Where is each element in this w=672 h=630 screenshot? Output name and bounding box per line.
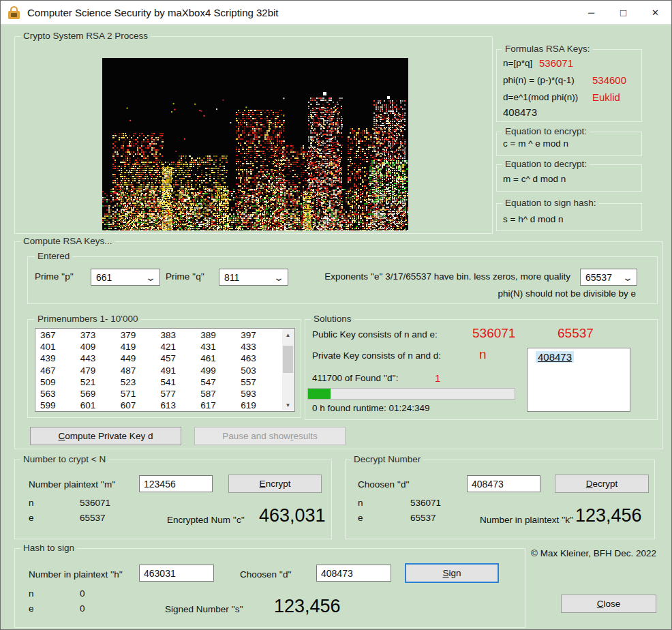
primenumbers-title: Primenumbers 1- 10'000: [35, 314, 140, 324]
prime-number[interactable]: 373: [80, 330, 121, 342]
found-d-label: 411700 of Found ''d'':: [312, 373, 398, 383]
prime-list-scrollbar[interactable]: ▲ ▼: [282, 329, 294, 410]
progress-bar: [307, 388, 515, 400]
prime-number[interactable]: 577: [160, 389, 200, 400]
prime-number[interactable]: 449: [121, 353, 161, 365]
prime-number[interactable]: 613: [160, 400, 200, 412]
m-input[interactable]: [139, 475, 213, 492]
prime-q-select[interactable]: 811 ⌄: [219, 269, 288, 286]
prime-q-value: 811: [224, 272, 239, 283]
scroll-thumb[interactable]: [283, 346, 293, 373]
encrypted-num-value: 463,031: [259, 505, 326, 526]
choosen-d-input[interactable]: [467, 475, 540, 492]
prime-number[interactable]: 463: [241, 353, 281, 365]
minimize-button[interactable]: ─: [575, 1, 607, 24]
entered-group: Entered Prime ''p'' 661 ⌄ Prime ''q'' 81…: [27, 256, 658, 304]
sign-group-title: Hash to sign: [20, 543, 77, 553]
formula-d-value: Euklid: [592, 91, 620, 103]
prime-number[interactable]: 509: [40, 377, 80, 389]
prime-number[interactable]: 541: [160, 377, 200, 389]
pause-show-results-button[interactable]: Pause and show results: [194, 427, 346, 445]
chevron-down-icon: ⌄: [622, 275, 633, 280]
prime-number[interactable]: 491: [160, 365, 200, 377]
prime-number[interactable]: 607: [121, 400, 161, 412]
phi-hint: phi(N) should not be divisible by e: [498, 288, 636, 299]
prime-list-grid: 3673733793833893974014094194214314334394…: [40, 330, 281, 410]
crypto-process-title: Crypto System RSA 2 Process: [20, 31, 151, 41]
compute-private-key-button[interactable]: Compute Private Key d: [30, 427, 181, 445]
prime-number[interactable]: 467: [40, 365, 80, 377]
scroll-up-icon[interactable]: ▲: [286, 329, 291, 340]
prime-number[interactable]: 367: [40, 330, 80, 342]
n-label: n: [29, 588, 34, 599]
maximize-button[interactable]: □: [607, 1, 639, 24]
sign-d-input[interactable]: [316, 565, 391, 582]
prime-number[interactable]: 401: [40, 342, 80, 353]
city-skyline-image: [102, 58, 408, 230]
prime-number[interactable]: 431: [200, 342, 241, 353]
equation-encrypt-formula: c = m ^ e mod n: [503, 138, 568, 149]
prime-number[interactable]: 499: [200, 365, 241, 377]
prime-p-select[interactable]: 661 ⌄: [91, 269, 160, 286]
prime-number[interactable]: 523: [121, 377, 161, 389]
prime-number[interactable]: 599: [40, 400, 80, 412]
prime-number[interactable]: 389: [200, 330, 241, 342]
found-d-item[interactable]: 408473: [536, 351, 574, 363]
prime-number[interactable]: 487: [121, 365, 161, 377]
close-window-button[interactable]: ✕: [639, 1, 671, 24]
prime-number[interactable]: 569: [80, 389, 121, 400]
prime-number[interactable]: 397: [241, 330, 281, 342]
prime-number[interactable]: 593: [241, 389, 281, 400]
prime-number[interactable]: 503: [241, 365, 281, 377]
prime-number[interactable]: 383: [160, 330, 200, 342]
sign-button[interactable]: Sign: [405, 563, 499, 583]
scroll-down-icon[interactable]: ▼: [286, 400, 291, 410]
prime-number[interactable]: 433: [241, 342, 281, 353]
prime-number[interactable]: 619: [241, 400, 281, 412]
equation-encrypt-group: Equation to encrypt: c = m ^ e mod n: [496, 132, 642, 156]
prime-number[interactable]: 563: [40, 389, 80, 400]
sign-d-label: Choosen ''d'': [240, 569, 292, 580]
h-label: Number in plaintext ''h'': [29, 569, 123, 580]
e-label: e: [29, 513, 34, 523]
prime-list[interactable]: 3673733793833893974014094194214314334394…: [35, 328, 295, 412]
prime-p-label: Prime ''p'': [35, 271, 74, 282]
prime-number[interactable]: 617: [200, 400, 241, 412]
exponent-value: 65537: [585, 272, 612, 283]
found-d-list[interactable]: 408473: [527, 348, 630, 412]
exponent-select[interactable]: 65537 ⌄: [580, 269, 637, 286]
prime-number[interactable]: 419: [121, 342, 161, 353]
crypto-process-group: Crypto System RSA 2 Process: [14, 36, 493, 234]
prime-number[interactable]: 601: [80, 400, 121, 412]
h-input[interactable]: [139, 565, 214, 582]
equation-encrypt-title: Equation to encrypt:: [502, 126, 590, 136]
equation-sign-group: Equation to sign hash: s = h^ d mod n: [496, 203, 642, 231]
prime-number[interactable]: 587: [200, 389, 241, 400]
prime-number[interactable]: 479: [80, 365, 121, 377]
prime-number[interactable]: 379: [121, 330, 161, 342]
prime-number[interactable]: 457: [160, 353, 200, 365]
chevron-down-icon: ⌄: [145, 275, 156, 280]
prime-number[interactable]: 571: [121, 389, 161, 400]
formula-d-result: 408473: [503, 106, 537, 118]
title-bar[interactable]: Computer Science Security by maXbox4 Scr…: [1, 1, 671, 25]
prime-number[interactable]: 547: [200, 377, 241, 389]
prime-number[interactable]: 421: [160, 342, 200, 353]
encrypt-group-title: Number to crypt < N: [20, 454, 108, 464]
prime-number[interactable]: 409: [80, 342, 121, 353]
equation-sign-formula: s = h^ d mod n: [503, 214, 564, 224]
e-label: e: [29, 603, 34, 614]
close-button[interactable]: Close: [561, 595, 656, 613]
equation-decrypt-group: Equation to decrypt: m = c^ d mod n: [496, 164, 642, 192]
prime-number[interactable]: 461: [200, 353, 241, 365]
entered-title: Entered: [35, 251, 72, 261]
prime-number[interactable]: 521: [80, 377, 121, 389]
prime-number[interactable]: 439: [40, 353, 80, 365]
prime-number[interactable]: 443: [80, 353, 121, 365]
decrypt-button[interactable]: Decrypt: [555, 475, 649, 493]
formulas-group: Formulas RSA Keys: n=[p*q] 536071 phi(n)…: [496, 49, 642, 122]
encrypt-button[interactable]: Encrypt: [228, 475, 322, 493]
prime-number[interactable]: 557: [241, 377, 281, 389]
runtime-text: 0 h found runtime: 01:24:349: [312, 403, 430, 413]
solutions-group: Solutions Public Key consists of n and e…: [305, 319, 658, 420]
